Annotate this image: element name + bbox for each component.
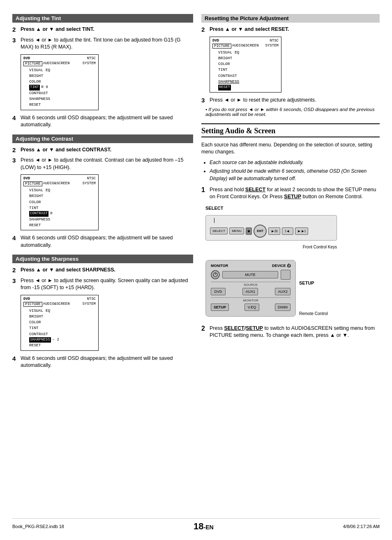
- audio-screen-intro: Each source has different menu. Dependin…: [201, 141, 380, 155]
- right-column: Resetting the Picture Adjustment 2 Press…: [201, 8, 380, 528]
- contrast-step2: 2 Press ▲ or ▼ and select CONTRAST.: [12, 146, 193, 154]
- sharpness-step2: 2 Press ▲ or ▼ and select SHARPNESS.: [12, 267, 193, 274]
- audio-step1: 1 Press and hold SELECT for at least 2 s…: [201, 186, 380, 201]
- sharpness-step3: 3 Press ◄ or ► to adjust the screen qual…: [12, 277, 193, 292]
- sharpness-osd-box: DVD NTSC PICTURE AUDIO&SCREEN SYSTEM VIS…: [21, 295, 99, 351]
- prev-btn: I◄: [282, 227, 293, 235]
- next-btn: ►►I: [295, 227, 308, 235]
- tint-step3: 3 Press ◄ or ► to adjust the tint. Tint …: [12, 37, 193, 51]
- tint-step2: 2 Press ▲ or ▼ and select TINT.: [12, 26, 193, 33]
- menu-btn: MENU: [229, 227, 244, 234]
- play-pause-btn: ►/II: [268, 227, 280, 235]
- dimm-btn: DIMM: [275, 304, 291, 311]
- veq-btn: V.EQ: [244, 304, 259, 311]
- front-keys-diagram: SELECT MENU ■ ENT ►/II I◄ ►►I: [205, 215, 337, 241]
- page-footer-right: 4/8/06 2:17:26 AM: [343, 524, 380, 529]
- audio-step2: 2 Press SELECT/SETUP to switch to AUDIO&…: [201, 325, 380, 339]
- page-number: 18-EN: [194, 521, 214, 532]
- mute-btn: MUTE: [222, 271, 278, 278]
- audio-screen-header: Setting Audio & Screen: [201, 127, 380, 137]
- contrast-step4: 4 Wait 6 seconds until OSD disappears; t…: [12, 234, 193, 249]
- page-footer-left: Book_PKG-RSE2.indb 18: [12, 524, 64, 529]
- setup-btn: SETUP: [211, 304, 229, 311]
- contrast-section-header: Adjusting the Contrast: [12, 134, 193, 143]
- tint-section: Adjusting the Tint 2 Press ▲ or ▼ and se…: [12, 14, 193, 129]
- sharpness-section-header: Adjusting the Sharpness: [12, 255, 193, 263]
- select-btn: SELECT: [210, 227, 228, 234]
- audio-screen-section: Setting Audio & Screen Each source has d…: [201, 123, 380, 339]
- reset-section: Resetting the Picture Adjustment 2 Press…: [201, 14, 380, 117]
- ent-btn: ENT: [254, 225, 267, 238]
- reset-step3: 3 Press ◄ or ► to reset the picture adju…: [201, 97, 380, 104]
- tint-step4: 4 Wait 6 seconds until OSD disappears; t…: [12, 114, 193, 129]
- sharpness-section: Adjusting the Sharpness 2 Press ▲ or ▼ a…: [12, 255, 193, 369]
- contrast-section: Adjusting the Contrast 2 Press ▲ or ▼ an…: [12, 134, 193, 249]
- dvd-btn: DVD: [211, 288, 226, 295]
- page-footer: Book_PKG-RSE2.indb 18 18-EN 4/8/06 2:17:…: [12, 518, 380, 532]
- remote-container: MONITOR DEVICE ⏻ MUTE SOURCE DVD: [205, 256, 380, 321]
- audio-screen-bullets: Each source can be adjustable individual…: [201, 159, 380, 182]
- reset-osd-box: DVD NTSC PICTURE AUDIO&SCREEN SYSTEM VIS…: [210, 37, 281, 93]
- tint-osd-box: DVD NTSC PICTURE AUDIO&SCREEN SYSTEM VIS…: [21, 54, 99, 110]
- left-column: Adjusting the Tint 2 Press ▲ or ▼ and se…: [12, 8, 193, 528]
- sharpness-step4: 4 Wait 6 seconds until OSD disappears; t…: [12, 355, 193, 369]
- tint-section-header: Adjusting the Tint: [12, 14, 193, 23]
- contrast-osd-box: DVD NTSC PICTURE AUDIO&SCREEN SYSTEM VIS…: [21, 174, 99, 230]
- front-keys-container: SELECT MENU ■ ENT ►/II I◄ ►►I Front Cont…: [205, 215, 380, 249]
- front-keys-caption: Front Control Keys: [205, 245, 337, 249]
- reset-note: • If you do not press ◄ or ► within 6 se…: [201, 107, 380, 117]
- monitor-power-btn: [211, 270, 220, 279]
- aux2-btn: AUX2: [275, 288, 291, 295]
- remote-diagram: MONITOR DEVICE ⏻ MUTE SOURCE DVD: [205, 260, 296, 317]
- select-label: SELECT: [205, 205, 380, 211]
- monitor-label2: MONITOR: [211, 297, 291, 302]
- reset-step2: 2 Press ▲ or ▼ and select RESET.: [201, 26, 380, 33]
- aux1-btn: AUX1: [242, 288, 258, 295]
- reset-section-header: Resetting the Picture Adjustment: [201, 14, 380, 23]
- contrast-step3: 3 Press ◄ or ► to adjust the contrast. C…: [12, 157, 193, 171]
- remote-caption: Remote Control: [299, 311, 328, 316]
- setup-side-label: SETUP: [299, 280, 328, 285]
- source-label: SOURCE: [211, 282, 291, 287]
- stop-btn: ■: [246, 227, 252, 235]
